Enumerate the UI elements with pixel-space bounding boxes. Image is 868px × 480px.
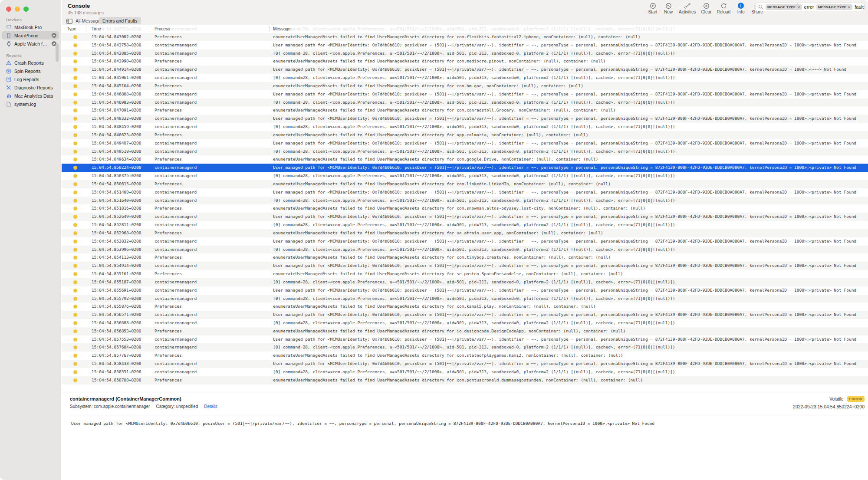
log-row[interactable]: 15:04:54.848623+0200 Preferences enumera… (62, 131, 868, 139)
row-process: containermanagerd (155, 221, 197, 229)
start-button[interactable]: Start (645, 2, 661, 14)
row-message: [0] command=28, client=<com.apple.Prefer… (273, 246, 867, 254)
column-separator[interactable] (269, 26, 270, 32)
log-row[interactable]: 15:04:54.843885+0200 containermanagerd [… (62, 49, 868, 58)
sidebar-item-max-iphone[interactable]: Max iPhone (2, 31, 59, 39)
log-row[interactable]: 15:04:54.855187+0200 containermanagerd [… (62, 278, 868, 286)
laptop-icon (6, 25, 12, 30)
column-separator[interactable] (150, 26, 150, 32)
row-process: containermanagerd (155, 286, 197, 295)
warning-dot-icon (73, 338, 77, 342)
log-row[interactable]: 15:04:54.853996+0200 containermanagerd [… (62, 246, 868, 254)
log-rows: 15:04:54.843002+0200 Preferences enumera… (62, 33, 868, 392)
row-process: containermanagerd (155, 172, 197, 180)
row-time: 15:04:54.845164+0200 (92, 82, 141, 90)
column-header-time[interactable]: Time (92, 25, 101, 33)
log-row[interactable]: 15:04:54.852811+0200 containermanagerd [… (62, 221, 868, 229)
search-token-field[interactable]: MESSAGE TYPE (816, 4, 853, 10)
warning-dot-icon (73, 297, 77, 301)
sidebar-item-mac-analytics-data[interactable]: Mac Analytics Data (2, 92, 59, 100)
sidebar-item-diagnostic-reports[interactable]: Diagnostic Reports (2, 83, 59, 92)
log-row[interactable]: 15:04:54.843998+0200 Preferences enumera… (62, 57, 868, 66)
log-row[interactable]: 15:04:54.857767+0200 Preferences enumera… (62, 352, 868, 360)
log-row[interactable]: 15:04:54.857604+0200 containermanagerd [… (62, 343, 868, 352)
now-button[interactable]: Now (661, 2, 676, 14)
log-row[interactable]: 15:04:54.857553+0200 containermanagerd U… (62, 335, 868, 344)
device-connect-badge-icon[interactable] (52, 33, 56, 38)
log-row[interactable]: 15:04:54.858433+0200 containermanagerd U… (62, 360, 868, 368)
search-token-field[interactable]: MESSAGE TYPE (766, 4, 802, 10)
details-link[interactable]: Details (204, 404, 217, 409)
row-process: containermanagerd (155, 360, 197, 368)
row-time: 15:04:54.855876+0200 (92, 302, 141, 311)
log-row[interactable]: 15:04:54.849407+0200 containermanagerd U… (62, 139, 868, 148)
reload-button[interactable]: Reload (714, 2, 733, 14)
log-row[interactable]: 15:04:54.858700+0200 Preferences enumera… (62, 376, 868, 385)
log-row[interactable]: 15:04:54.843002+0200 Preferences enumera… (62, 33, 868, 41)
sidebar-item-maxbook-pro[interactable]: MaxBook Pro (2, 23, 59, 31)
column-separator[interactable] (86, 26, 86, 32)
log-row[interactable]: 15:04:54.856688+0200 containermanagerd [… (62, 319, 868, 327)
log-row[interactable]: 15:04:54.846808+0200 containermanagerd U… (62, 90, 868, 99)
minimize-window-button[interactable] (15, 7, 20, 12)
column-header-type[interactable]: Type (67, 25, 76, 33)
column-header-message[interactable]: Message (273, 25, 291, 33)
log-row[interactable]: 15:04:54.850224+0200 containermanagerd U… (62, 164, 868, 172)
close-window-button[interactable] (6, 7, 11, 12)
row-process: containermanagerd (155, 278, 197, 286)
detail-category: Category: unspecified (156, 404, 198, 409)
search-input[interactable]: MESSAGE TYPE error MESSAGE TYPE fault (755, 3, 865, 11)
log-row[interactable]: 15:04:54.850615+0200 Preferences enumera… (62, 180, 868, 188)
log-row[interactable]: 15:04:54.845164+0200 Preferences enumera… (62, 82, 868, 90)
sidebar-item-crash-reports[interactable]: Crash Reports (2, 59, 59, 67)
sidebar-item-log-reports[interactable]: Log Reports (2, 75, 59, 83)
log-row[interactable]: 15:04:54.843758+0200 containermanagerd U… (62, 41, 868, 49)
search-token-value[interactable]: error (804, 4, 814, 10)
log-row[interactable]: 15:04:54.846983+0200 containermanagerd [… (62, 99, 868, 107)
log-row[interactable]: 15:04:54.854914+0200 containermanagerd U… (62, 262, 868, 270)
column-header-process[interactable]: Process (155, 25, 170, 33)
log-row[interactable]: 15:04:54.850375+0200 containermanagerd [… (62, 172, 868, 180)
main-area: Console 45 148 messages Start Now Activi… (62, 0, 868, 480)
log-row[interactable]: 15:04:54.856853+0200 Preferences enumera… (62, 327, 868, 335)
log-row[interactable]: 15:04:54.853832+0200 containermanagerd U… (62, 237, 868, 246)
search-token-value[interactable]: fault (855, 4, 864, 10)
sidebar-scrollbar-thumb[interactable] (56, 43, 59, 62)
log-row[interactable]: 15:04:54.855876+0200 Preferences enumera… (62, 302, 868, 311)
row-process: containermanagerd (155, 246, 197, 254)
sidebar-item-apple-watch[interactable]: Apple Watch för... (2, 39, 59, 48)
reload-arrow-icon (720, 2, 727, 9)
sidebar-item-system-log[interactable]: system.log (2, 100, 59, 108)
log-row[interactable]: 15:04:54.847091+0200 Preferences enumera… (62, 106, 868, 115)
log-row[interactable]: 15:04:54.855792+0200 containermanagerd [… (62, 295, 868, 303)
row-message: User managed path for <MCMUserIdentity: … (273, 237, 867, 246)
sidebar-item-spin-reports[interactable]: Spin Reports (2, 67, 59, 75)
log-row[interactable]: 15:04:54.854113+0200 Preferences enumera… (62, 253, 868, 262)
log-row[interactable]: 15:04:54.855161+0200 Preferences enumera… (62, 270, 868, 278)
log-row[interactable]: 15:04:54.848459+0200 containermanagerd [… (62, 123, 868, 131)
log-row[interactable]: 15:04:54.851816+0200 Preferences enumera… (62, 204, 868, 213)
log-row[interactable]: 15:04:54.851460+0200 containermanagerd U… (62, 188, 868, 197)
log-row[interactable]: 15:04:54.849634+0200 Preferences enumera… (62, 155, 868, 164)
log-row[interactable]: 15:04:54.849518+0200 containermanagerd [… (62, 148, 868, 156)
log-row[interactable]: 15:04:54.845061+0200 containermanagerd [… (62, 74, 868, 82)
clear-button[interactable]: Clear (698, 2, 714, 14)
log-row[interactable]: 15:04:54.844914+0200 containermanagerd U… (62, 66, 868, 74)
log-row[interactable]: 15:04:54.858551+0200 containermanagerd [… (62, 368, 868, 376)
tab-errors-and-faults[interactable]: Errors and Faults (99, 17, 141, 24)
row-message: [0] command=28, client=<com.apple.Prefer… (273, 99, 867, 107)
log-row[interactable]: 15:04:54.855691+0200 containermanagerd U… (62, 286, 868, 295)
log-row[interactable]: 15:04:54.852649+0200 containermanagerd U… (62, 213, 868, 221)
info-button[interactable]: Info (733, 2, 749, 14)
log-row[interactable]: 15:04:54.851640+0200 containermanagerd [… (62, 197, 868, 205)
row-time: 15:04:54.856571+0200 (92, 311, 141, 319)
log-row[interactable]: 15:04:54.848332+0200 containermanagerd U… (62, 115, 868, 123)
row-process: containermanagerd (155, 295, 197, 303)
activities-button[interactable]: Activities (676, 2, 698, 14)
token-field-label: MESSAGE TYPE (818, 5, 847, 9)
row-time: 15:04:54.849407+0200 (92, 139, 141, 148)
zoom-window-button[interactable] (23, 7, 29, 12)
log-row[interactable]: 15:04:54.852968+0200 Preferences enumera… (62, 229, 868, 237)
detail-meta-row: Subsystem: com.apple.containermanager Ca… (70, 404, 217, 409)
log-row[interactable]: 15:04:54.856571+0200 containermanagerd U… (62, 311, 868, 319)
